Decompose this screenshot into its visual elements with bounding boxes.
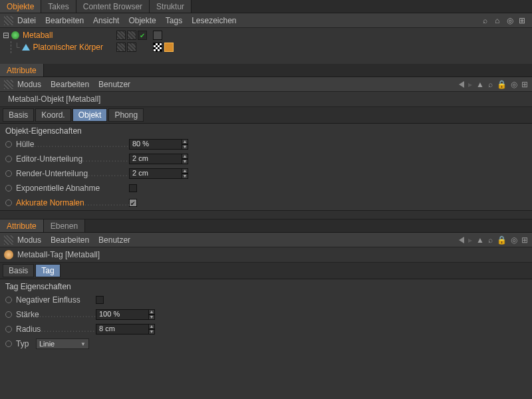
menu-bearbeiten[interactable]: Bearbeiten	[51, 80, 89, 89]
spinner-up[interactable]: ▲	[182, 154, 188, 159]
typ-dropdown[interactable]: Linie▼	[36, 338, 89, 349]
layer-dot[interactable]	[127, 31, 136, 40]
attr1-subtabs: Basis Koord. Objekt Phong	[0, 107, 532, 124]
spinner-down[interactable]: ▼	[148, 329, 155, 334]
menu-modus[interactable]: Modus	[17, 80, 41, 89]
tree-row-metaball[interactable]: ⊟ Metaball	[3, 29, 529, 41]
eye-icon[interactable]: ◎	[507, 16, 516, 25]
anim-ring-icon[interactable]	[5, 340, 12, 347]
menu-ansicht[interactable]: Ansicht	[93, 16, 119, 25]
forward-icon[interactable]: ▸	[468, 235, 472, 245]
group-title: Tag Eigenschaften	[0, 279, 532, 293]
tree-label[interactable]: Platonischer Körper	[33, 43, 103, 52]
tab-ebenen[interactable]: Ebenen	[44, 219, 85, 232]
spinner-down[interactable]: ▼	[182, 174, 188, 179]
prop-label: Typ	[16, 339, 36, 348]
attr2-menu: Modus Bearbeiten Benutzer ▸ ▲ ⌕ 🔒 ◎ ⊞	[0, 233, 532, 247]
menu-objekte[interactable]: Objekte	[128, 16, 156, 25]
tree-label[interactable]: Metaball	[23, 31, 53, 40]
grip-icon[interactable]	[4, 16, 13, 25]
tree-collapse-icon[interactable]: ⊟	[3, 31, 9, 40]
menu-tags[interactable]: Tags	[166, 16, 182, 25]
spinner-up[interactable]: ▲	[182, 139, 188, 144]
subtab-phong[interactable]: Phong	[108, 108, 144, 122]
subtab-tag[interactable]: Tag	[35, 264, 60, 277]
tab-struktur[interactable]: Struktur	[150, 0, 192, 13]
lock-icon[interactable]: 🔒	[497, 80, 507, 89]
tree-row-platonischer[interactable]: └ Platonischer Körper	[14, 41, 529, 53]
search-icon[interactable]: ⌕	[488, 235, 493, 245]
tag-metaball-icon[interactable]	[164, 43, 174, 52]
menu-benutzer[interactable]: Benutzer	[98, 235, 130, 245]
tag-checker-icon[interactable]	[153, 43, 162, 52]
tab-objekte[interactable]: Objekte	[0, 0, 41, 13]
anim-ring-icon[interactable]	[5, 156, 12, 162]
grip-icon[interactable]	[4, 80, 13, 89]
anim-ring-icon[interactable]	[5, 170, 12, 177]
exponentielle-checkbox[interactable]	[129, 184, 137, 192]
tab-takes[interactable]: Takes	[41, 0, 76, 13]
anim-ring-icon[interactable]	[5, 185, 12, 192]
subtab-koord[interactable]: Koord.	[35, 108, 70, 122]
tab-attribute[interactable]: Attribute	[0, 64, 44, 76]
menu-datei[interactable]: Datei	[17, 16, 36, 25]
object-name: Metaball-Objekt [Metaball]	[8, 94, 100, 104]
subtab-basis2[interactable]: Basis	[3, 264, 34, 277]
menu-benutzer[interactable]: Benutzer	[98, 80, 130, 89]
attr2-subtabs: Basis Tag	[0, 263, 532, 279]
up-icon[interactable]: ▲	[476, 80, 484, 89]
anim-ring-icon[interactable]	[5, 200, 12, 206]
akkurate-checkbox[interactable]	[129, 199, 137, 207]
spinner-down[interactable]: ▼	[148, 315, 155, 320]
tab-attribute2[interactable]: Attribute	[0, 219, 44, 232]
search-icon[interactable]: ⌕	[483, 16, 492, 25]
anim-ring-icon[interactable]	[5, 311, 12, 318]
back-icon[interactable]	[459, 81, 464, 88]
editor-unterteilung-input[interactable]: 2 cm	[129, 154, 182, 164]
subtab-objekt[interactable]: Objekt	[72, 108, 108, 122]
target-icon[interactable]: ◎	[511, 235, 517, 245]
prop-exponentielle: Exponentielle Abnahme	[0, 181, 532, 196]
spinner-up[interactable]: ▲	[148, 324, 155, 329]
spinner-down[interactable]: ▼	[182, 144, 188, 150]
up-icon[interactable]: ▲	[476, 235, 484, 245]
forward-icon[interactable]: ▸	[468, 80, 472, 89]
prop-label: Render-Unterteilung	[16, 169, 129, 178]
menu-modus[interactable]: Modus	[17, 235, 41, 245]
attr1-menu: Modus Bearbeiten Benutzer ▸ ▲ ⌕ 🔒 ◎ ⊞	[0, 77, 532, 92]
huelle-input[interactable]: 80 %	[129, 139, 182, 150]
prop-label: Exponentielle Abnahme	[16, 184, 129, 193]
spinner-up[interactable]: ▲	[148, 309, 155, 315]
subtab-basis[interactable]: Basis	[3, 108, 34, 122]
menu-lesezeichen[interactable]: Lesezeichen	[192, 16, 236, 25]
layer-dot[interactable]	[127, 43, 136, 52]
render-unterteilung-input[interactable]: 2 cm	[129, 168, 182, 179]
menu-bearbeiten[interactable]: Bearbeiten	[45, 16, 84, 25]
lock-icon[interactable]: 🔒	[497, 235, 507, 245]
prop-label: Akkurate Normalen	[16, 198, 129, 207]
anim-ring-icon[interactable]	[5, 297, 12, 303]
prop-radius: Radius 8 cm ▲▼	[0, 322, 532, 336]
spinner-up[interactable]: ▲	[182, 168, 188, 174]
spinner-down[interactable]: ▼	[182, 159, 188, 164]
tag-slot[interactable]	[153, 31, 162, 40]
anim-ring-icon[interactable]	[5, 326, 12, 332]
tab-content-browser[interactable]: Content Browser	[76, 0, 150, 13]
render-dot[interactable]	[138, 31, 147, 40]
staerke-input[interactable]: 100 %	[96, 309, 149, 320]
new-window-icon[interactable]: ⊞	[521, 235, 528, 245]
search-icon[interactable]: ⌕	[488, 80, 493, 89]
layer-dot[interactable]	[116, 43, 126, 52]
back-icon[interactable]	[459, 237, 464, 243]
target-icon[interactable]: ◎	[511, 80, 517, 89]
menu-dots-icon[interactable]: ⊞	[519, 16, 528, 25]
menu-bearbeiten[interactable]: Bearbeiten	[51, 235, 89, 245]
anim-ring-icon[interactable]	[5, 141, 12, 148]
radius-input[interactable]: 8 cm	[96, 324, 149, 334]
layer-dot[interactable]	[116, 31, 126, 40]
grip-icon[interactable]	[4, 235, 13, 245]
home-icon[interactable]: ⌂	[495, 16, 504, 25]
prop-akkurate: Akkurate Normalen	[0, 196, 532, 210]
new-window-icon[interactable]: ⊞	[521, 80, 528, 89]
negativer-checkbox[interactable]	[96, 296, 104, 304]
